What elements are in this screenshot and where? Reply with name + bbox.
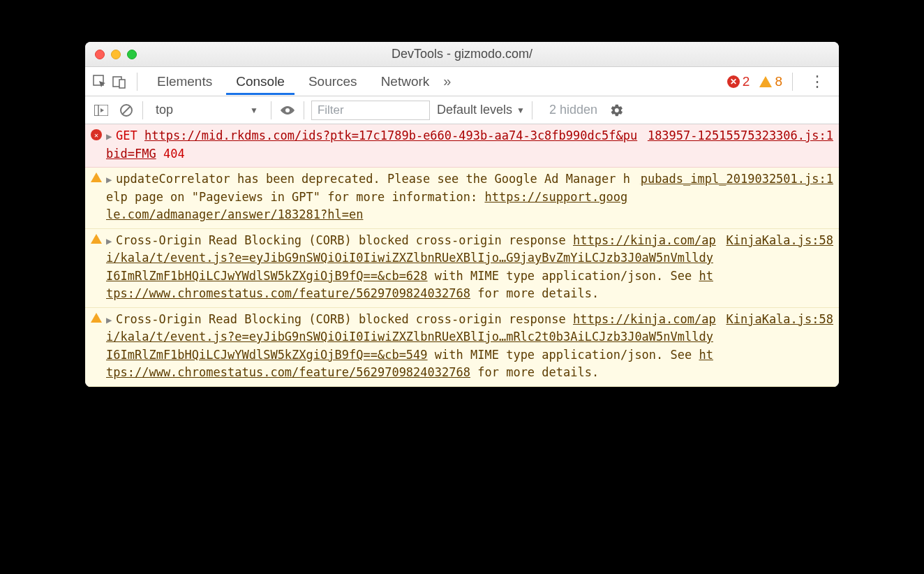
http-status: 404	[163, 147, 185, 161]
console-message-warning[interactable]: ▶Cross-Origin Read Blocking (CORB) block…	[85, 308, 839, 387]
titlebar: DevTools - gizmodo.com/	[85, 42, 839, 67]
expand-icon[interactable]: ▶	[106, 129, 116, 144]
filter-input[interactable]	[311, 101, 430, 120]
devtools-tabbar: Elements Console Sources Network » ✕ 2 8…	[85, 67, 839, 96]
source-link[interactable]: 183957-12515575323306.js:1	[648, 127, 833, 163]
devtools-window: DevTools - gizmodo.com/ Elements Console…	[85, 42, 839, 387]
window-controls	[85, 50, 137, 59]
console-message-warning[interactable]: ▶Cross-Origin Read Blocking (CORB) block…	[85, 229, 839, 308]
warning-icon	[91, 172, 102, 182]
console-toolbar: top ▼ Default levels ▼ 2 hidden	[85, 96, 839, 124]
maximize-window-button[interactable]	[127, 50, 137, 59]
expand-icon[interactable]: ▶	[106, 313, 116, 328]
log-levels-selector[interactable]: Default levels ▼	[437, 103, 525, 117]
error-count-badge[interactable]: ✕ 2	[727, 74, 750, 89]
sidebar-toggle-icon[interactable]	[92, 101, 110, 119]
expand-icon[interactable]: ▶	[106, 172, 116, 187]
log-levels-label: Default levels	[437, 103, 512, 117]
source-link[interactable]: KinjaKala.js:58	[726, 232, 833, 303]
source-link[interactable]: pubads_impl_2019032501.js:1	[641, 170, 833, 224]
console-messages: ✕ ▶GET https://mid.rkdms.com/ids?ptk=17c…	[85, 124, 839, 387]
svg-point-7	[285, 108, 290, 112]
device-toolbar-icon[interactable]	[112, 75, 127, 89]
error-icon: ✕	[91, 129, 102, 140]
chevron-down-icon: ▼	[250, 105, 258, 115]
hidden-count[interactable]: 2 hidden	[549, 103, 597, 117]
message-text-mid: with MIME type application/json. See	[428, 348, 699, 362]
tab-sources[interactable]: Sources	[299, 68, 367, 95]
tab-elements[interactable]: Elements	[147, 68, 222, 95]
source-link[interactable]: KinjaKala.js:58	[726, 311, 833, 382]
expand-icon[interactable]: ▶	[106, 234, 116, 249]
tab-console[interactable]: Console	[226, 68, 295, 95]
request-url[interactable]: https://mid.rkdms.com/ids?ptk=17c1789b-e…	[106, 128, 637, 161]
svg-rect-2	[119, 80, 125, 88]
error-count: 2	[743, 74, 750, 89]
tab-network[interactable]: Network	[371, 68, 440, 95]
warning-icon	[91, 234, 102, 244]
clear-console-icon[interactable]	[117, 101, 135, 119]
minimize-window-button[interactable]	[111, 50, 121, 59]
chevron-down-icon: ▼	[516, 105, 525, 115]
message-text-post: for more details.	[470, 286, 599, 300]
window-title: DevTools - gizmodo.com/	[85, 47, 839, 61]
message-text: Cross-Origin Read Blocking (CORB) blocke…	[116, 233, 573, 247]
message-text-post: for more details.	[470, 365, 599, 379]
warning-icon	[91, 313, 102, 323]
inspect-icon[interactable]	[92, 75, 107, 89]
error-icon: ✕	[727, 75, 740, 88]
devtools-menu-icon[interactable]: ⋮	[803, 73, 832, 91]
live-expression-icon[interactable]	[278, 101, 297, 119]
http-method: GET	[116, 128, 137, 142]
warning-icon	[759, 76, 772, 87]
context-selector[interactable]: top ▼	[150, 101, 264, 119]
warning-count-badge[interactable]: 8	[759, 74, 782, 89]
close-window-button[interactable]	[95, 50, 105, 59]
console-message-error[interactable]: ✕ ▶GET https://mid.rkdms.com/ids?ptk=17c…	[85, 124, 839, 168]
message-text: Cross-Origin Read Blocking (CORB) blocke…	[116, 312, 573, 326]
more-tabs-icon[interactable]: »	[443, 73, 451, 89]
settings-icon[interactable]	[610, 103, 624, 117]
message-text-mid: with MIME type application/json. See	[428, 269, 699, 283]
warning-count: 8	[775, 74, 782, 89]
svg-line-6	[122, 106, 131, 115]
svg-rect-4	[94, 105, 98, 116]
console-message-warning[interactable]: ▶updateCorrelator has been deprecated. P…	[85, 168, 839, 229]
context-label: top	[156, 103, 173, 117]
